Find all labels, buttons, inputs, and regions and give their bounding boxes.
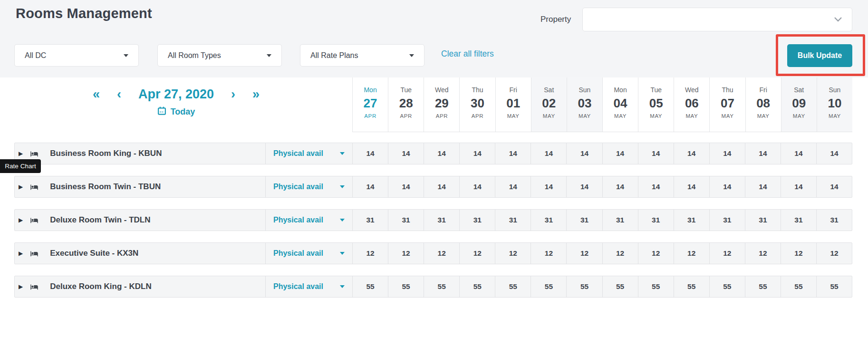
availability-cell[interactable]: 12 bbox=[388, 243, 424, 264]
nav-first-button[interactable]: « bbox=[93, 88, 100, 101]
availability-cell[interactable]: 55 bbox=[602, 276, 638, 297]
availability-cell[interactable]: 14 bbox=[459, 143, 495, 164]
availability-cell[interactable]: 31 bbox=[745, 210, 781, 231]
availability-cell[interactable]: 12 bbox=[709, 243, 745, 264]
availability-cell[interactable]: 14 bbox=[709, 143, 745, 164]
availability-cell[interactable]: 12 bbox=[566, 243, 602, 264]
availability-cell[interactable]: 12 bbox=[602, 243, 638, 264]
availability-cell[interactable]: 12 bbox=[816, 243, 852, 264]
today-button[interactable]: Today bbox=[0, 106, 352, 117]
availability-cell[interactable]: 14 bbox=[745, 143, 781, 164]
availability-cell[interactable]: 55 bbox=[674, 276, 709, 297]
property-select[interactable] bbox=[582, 8, 852, 31]
availability-cell[interactable]: 14 bbox=[566, 143, 602, 164]
availability-cell[interactable]: 12 bbox=[674, 243, 709, 264]
date-navigation: « ‹ Apr 27, 2020 › » Tod bbox=[0, 77, 352, 132]
availability-cell[interactable]: 14 bbox=[495, 176, 530, 197]
metric-dropdown[interactable]: Physical avail bbox=[265, 243, 352, 264]
availability-cell[interactable]: 14 bbox=[674, 176, 709, 197]
availability-cell[interactable]: 31 bbox=[495, 210, 530, 231]
availability-cell[interactable]: 14 bbox=[638, 176, 674, 197]
expand-arrow-icon[interactable]: ▶ bbox=[19, 283, 23, 290]
dc-filter-select[interactable]: All DC bbox=[14, 44, 139, 67]
clear-all-filters-link[interactable]: Clear all filters bbox=[441, 49, 494, 59]
availability-cell[interactable]: 14 bbox=[602, 143, 638, 164]
availability-cell[interactable]: 31 bbox=[530, 210, 566, 231]
metric-dropdown[interactable]: Physical avail bbox=[265, 210, 352, 231]
room-name: Deluxe Room Twin - TDLN bbox=[50, 215, 150, 225]
availability-cell[interactable]: 31 bbox=[709, 210, 745, 231]
day-column: Thu 30 APR bbox=[459, 77, 495, 132]
availability-cell[interactable]: 14 bbox=[388, 176, 424, 197]
availability-cell[interactable]: 14 bbox=[602, 176, 638, 197]
expand-arrow-icon[interactable]: ▶ bbox=[19, 250, 23, 257]
availability-cell[interactable]: 55 bbox=[388, 276, 424, 297]
availability-cell[interactable]: 31 bbox=[566, 210, 602, 231]
availability-cell[interactable]: 14 bbox=[674, 143, 709, 164]
availability-cell[interactable]: 14 bbox=[745, 176, 781, 197]
nav-prev-button[interactable]: ‹ bbox=[117, 88, 121, 101]
availability-cell[interactable]: 31 bbox=[781, 210, 816, 231]
availability-cell[interactable]: 14 bbox=[530, 143, 566, 164]
day-number: 27 bbox=[353, 97, 388, 109]
rate-plans-filter-select[interactable]: All Rate Plans bbox=[300, 44, 424, 67]
availability-cell[interactable]: 14 bbox=[424, 176, 459, 197]
availability-cell[interactable]: 31 bbox=[459, 210, 495, 231]
expand-arrow-icon[interactable]: ▶ bbox=[19, 150, 23, 157]
metric-dropdown[interactable]: Physical avail bbox=[265, 176, 352, 197]
availability-cell[interactable]: 14 bbox=[352, 176, 388, 197]
day-of-week-label: Wed bbox=[674, 86, 709, 94]
availability-cell[interactable]: 14 bbox=[566, 176, 602, 197]
availability-cell[interactable]: 31 bbox=[674, 210, 709, 231]
availability-cell[interactable]: 14 bbox=[424, 143, 459, 164]
availability-cell[interactable]: 12 bbox=[781, 243, 816, 264]
current-date-label[interactable]: Apr 27, 2020 bbox=[138, 88, 214, 101]
availability-cell[interactable]: 55 bbox=[745, 276, 781, 297]
availability-cell[interactable]: 14 bbox=[816, 143, 852, 164]
availability-cell[interactable]: 12 bbox=[530, 243, 566, 264]
availability-cell[interactable]: 55 bbox=[424, 276, 459, 297]
availability-cell[interactable]: 55 bbox=[530, 276, 566, 297]
expand-arrow-icon[interactable]: ▶ bbox=[19, 217, 23, 223]
availability-cell[interactable]: 12 bbox=[424, 243, 459, 264]
availability-cell[interactable]: 31 bbox=[816, 210, 852, 231]
availability-cell[interactable]: 31 bbox=[602, 210, 638, 231]
availability-cell[interactable]: 14 bbox=[816, 176, 852, 197]
availability-cell[interactable]: 14 bbox=[495, 143, 530, 164]
availability-cell[interactable]: 12 bbox=[495, 243, 530, 264]
metric-dropdown[interactable]: Physical avail bbox=[265, 143, 352, 164]
availability-cell[interactable]: 55 bbox=[352, 276, 388, 297]
room-types-filter-select[interactable]: All Room Types bbox=[157, 44, 282, 67]
room-label-cell: ▶ Deluxe Room Twin - TDLN bbox=[15, 210, 265, 231]
availability-cell[interactable]: 31 bbox=[638, 210, 674, 231]
availability-cell[interactable]: 14 bbox=[638, 143, 674, 164]
page-title: Rooms Management bbox=[16, 6, 152, 21]
availability-cell[interactable]: 14 bbox=[459, 176, 495, 197]
availability-cell[interactable]: 14 bbox=[781, 176, 816, 197]
availability-cell[interactable]: 31 bbox=[352, 210, 388, 231]
availability-cell[interactable]: 12 bbox=[638, 243, 674, 264]
availability-cell[interactable]: 55 bbox=[781, 276, 816, 297]
availability-cell[interactable]: 55 bbox=[816, 276, 852, 297]
availability-cell[interactable]: 55 bbox=[495, 276, 530, 297]
availability-cell[interactable]: 31 bbox=[388, 210, 424, 231]
availability-cell[interactable]: 12 bbox=[745, 243, 781, 264]
nav-last-button[interactable]: » bbox=[252, 88, 260, 101]
nav-next-button[interactable]: › bbox=[231, 88, 235, 101]
availability-cell[interactable]: 14 bbox=[352, 143, 388, 164]
availability-cell[interactable]: 55 bbox=[709, 276, 745, 297]
availability-cell[interactable]: 14 bbox=[388, 143, 424, 164]
bulk-update-button[interactable]: Bulk Update bbox=[787, 44, 852, 67]
availability-cell[interactable]: 55 bbox=[459, 276, 495, 297]
caret-down-icon bbox=[340, 185, 345, 188]
availability-cell[interactable]: 14 bbox=[530, 176, 566, 197]
availability-cell[interactable]: 14 bbox=[781, 143, 816, 164]
availability-cell[interactable]: 31 bbox=[424, 210, 459, 231]
availability-cell[interactable]: 55 bbox=[566, 276, 602, 297]
availability-cell[interactable]: 14 bbox=[709, 176, 745, 197]
availability-cell[interactable]: 12 bbox=[459, 243, 495, 264]
metric-dropdown[interactable]: Physical avail bbox=[265, 276, 352, 297]
expand-arrow-icon[interactable]: ▶ bbox=[19, 183, 23, 190]
availability-cell[interactable]: 12 bbox=[352, 243, 388, 264]
availability-cell[interactable]: 55 bbox=[638, 276, 674, 297]
